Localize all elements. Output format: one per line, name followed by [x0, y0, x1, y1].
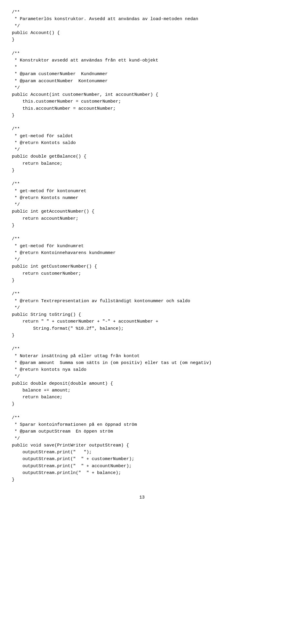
page-number: 13: [139, 495, 145, 500]
code-content: /** * Parameterlös konstruktor. Avsedd a…: [12, 9, 272, 483]
page-number-area: 13: [12, 495, 272, 500]
